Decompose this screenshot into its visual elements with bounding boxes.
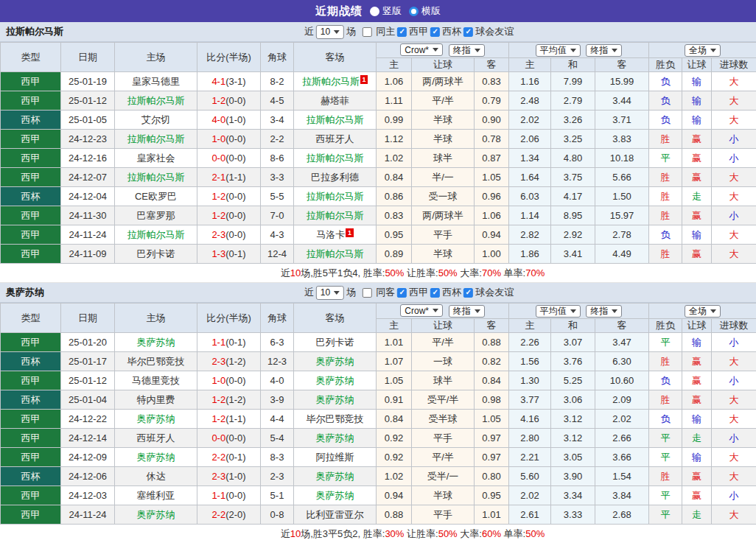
- result-wdl: 胜: [649, 168, 682, 187]
- away-team-name[interactable]: 奥萨苏纳: [316, 356, 354, 367]
- average-select[interactable]: 平均值: [536, 44, 581, 57]
- home-team-name[interactable]: 拉斯帕尔马斯: [127, 229, 185, 240]
- avg-home-odds: 3.77: [509, 390, 551, 410]
- league-type-badge: 西杯: [1, 352, 61, 371]
- home-team-name[interactable]: 巴列卡诺: [137, 248, 175, 259]
- average-select[interactable]: 平均值: [536, 305, 581, 318]
- home-team-name[interactable]: 休达: [147, 471, 166, 482]
- home-team-name[interactable]: CE欧罗巴: [135, 191, 177, 202]
- away-team-name[interactable]: 拉斯帕尔马斯: [307, 191, 364, 202]
- away-team-name[interactable]: 巴拉多利德: [311, 172, 359, 183]
- away-team-name[interactable]: 马洛卡: [316, 229, 345, 240]
- col-handicap-home: 主: [377, 319, 412, 333]
- away-team-name[interactable]: 西班牙人: [316, 133, 354, 144]
- final-index-select-1[interactable]: 终指: [449, 305, 485, 318]
- same-away-checkbox[interactable]: [363, 288, 372, 298]
- score-cell: 2-1(1-1): [197, 168, 261, 187]
- away-team-name[interactable]: 奥萨苏纳: [316, 490, 354, 501]
- radio-horizontal-layout[interactable]: 横版: [409, 4, 441, 18]
- league-checkbox[interactable]: [397, 27, 407, 37]
- match-row: 西杯24-12-06休达2-3(1-0)2-3奥萨苏纳1.02受半/一0.805…: [1, 467, 756, 486]
- league-type-badge: 西杯: [1, 390, 61, 410]
- chevron-down-icon: [334, 291, 340, 295]
- topbar: 近期战绩 竖版 横版: [0, 0, 756, 22]
- fulltime-score: 2-3: [211, 229, 225, 240]
- halftime-score: (0-0): [225, 210, 245, 221]
- home-team-name[interactable]: 拉斯帕尔马斯: [127, 95, 185, 106]
- home-team-name[interactable]: 奥萨苏纳: [137, 337, 175, 348]
- corner-count: 3-9: [261, 390, 294, 410]
- radio-checked-icon[interactable]: [409, 7, 419, 16]
- avg-draw-odds: 3.75: [551, 168, 595, 187]
- home-team-cell: 马德里竞技: [115, 371, 197, 390]
- away-team-name[interactable]: 比利亚雷亚尔: [307, 509, 364, 520]
- league-type-badge: 西杯: [1, 187, 61, 206]
- corner-count: 12-4: [261, 245, 294, 264]
- radio-vertical-layout[interactable]: 竖版: [370, 4, 402, 18]
- red-card-badge: 1: [360, 75, 368, 84]
- away-team-name[interactable]: 拉斯帕尔马斯: [307, 114, 364, 125]
- handicap-home-odds: 1.05: [377, 371, 412, 390]
- away-team-name[interactable]: 赫塔菲: [321, 95, 349, 106]
- home-team-name[interactable]: 奥萨苏纳: [137, 452, 175, 463]
- same-home-checkbox[interactable]: [363, 27, 372, 37]
- summary-2: 近10场,胜3平5负2, 胜率:30% 让胜率:50% 大率:60% 单率:50…: [0, 525, 756, 540]
- chevron-down-icon: [612, 309, 617, 313]
- result-handicap: 赢: [682, 467, 712, 486]
- home-team-name[interactable]: 奥萨苏纳: [137, 509, 175, 520]
- home-team-name[interactable]: 奥萨苏纳: [137, 413, 175, 424]
- home-team-name[interactable]: 特内里费: [137, 394, 175, 405]
- home-team-cell: 拉斯帕尔马斯: [115, 168, 197, 187]
- full-match-select[interactable]: 全场: [685, 305, 721, 318]
- odds-source-select[interactable]: Crow*: [400, 43, 443, 56]
- home-team-name[interactable]: 马德里竞技: [132, 375, 180, 386]
- away-team-name[interactable]: 拉斯帕尔马斯: [307, 210, 364, 221]
- league-label: 西甲: [409, 286, 428, 299]
- score-cell: 0-0(0-0): [197, 149, 261, 168]
- away-team-name[interactable]: 奥萨苏纳: [316, 394, 354, 405]
- friendly-checkbox[interactable]: [463, 27, 473, 37]
- friendly-checkbox[interactable]: [463, 288, 473, 298]
- final-index-select-2[interactable]: 终指: [586, 305, 622, 318]
- home-team-name[interactable]: 拉斯帕尔马斯: [127, 172, 185, 183]
- summary-1: 近10场,胜5平1负4, 胜率:50% 让胜率:50% 大率:70% 单率:70…: [0, 264, 756, 283]
- cup-checkbox[interactable]: [430, 27, 440, 37]
- away-team-name[interactable]: 毕尔巴鄂竞技: [307, 413, 364, 424]
- home-team-name[interactable]: 艾尔切: [141, 114, 170, 125]
- avg-away-odds: 1.54: [595, 467, 649, 486]
- result-handicap: 走: [682, 505, 712, 525]
- cup-checkbox[interactable]: [430, 288, 440, 298]
- home-team-name[interactable]: 塞维利亚: [137, 490, 175, 501]
- away-team-name[interactable]: 阿拉维斯: [316, 452, 354, 463]
- match-count-select[interactable]: 10: [316, 286, 344, 300]
- away-team-name[interactable]: 奥萨苏纳: [316, 471, 354, 482]
- avg-draw-odds: 3.76: [551, 352, 595, 371]
- handicap-home-odds: 0.84: [377, 410, 412, 429]
- full-match-select[interactable]: 全场: [685, 44, 721, 57]
- home-team-name[interactable]: 西班牙人: [137, 432, 175, 443]
- handicap-line: 平/半: [412, 91, 475, 111]
- home-team-name[interactable]: 拉斯帕尔马斯: [127, 133, 185, 144]
- away-team-name[interactable]: 巴列卡诺: [316, 337, 354, 348]
- home-team-name[interactable]: 皇家社会: [137, 152, 175, 164]
- match-count-select[interactable]: 10: [316, 25, 344, 39]
- handicap-line: 平手: [412, 429, 475, 448]
- home-team-name[interactable]: 皇家马德里: [132, 76, 180, 87]
- radio-unchecked-icon[interactable]: [370, 7, 379, 16]
- away-team-name[interactable]: 奥萨苏纳: [316, 375, 354, 386]
- away-team-name[interactable]: 拉斯帕尔马斯: [302, 76, 360, 87]
- league-checkbox[interactable]: [397, 288, 407, 298]
- away-team-name[interactable]: 拉斯帕尔马斯: [307, 152, 364, 164]
- match-date: 25-01-04: [61, 390, 115, 410]
- home-team-name[interactable]: 毕尔巴鄂竞技: [127, 356, 185, 367]
- result-goals: 大: [712, 390, 756, 410]
- final-index-select-2[interactable]: 终指: [586, 44, 622, 57]
- away-team-name[interactable]: 拉斯帕尔马斯: [307, 248, 364, 259]
- odds-source-select[interactable]: Crow*: [400, 304, 443, 317]
- handicap-line: 两/两球半: [412, 206, 475, 225]
- handicap-line: 平/半: [412, 333, 475, 352]
- final-index-select-1[interactable]: 终指: [449, 44, 485, 57]
- col-avg-away: 客: [595, 319, 649, 333]
- home-team-name[interactable]: 巴塞罗那: [137, 210, 175, 221]
- away-team-name[interactable]: 奥萨苏纳: [316, 432, 354, 443]
